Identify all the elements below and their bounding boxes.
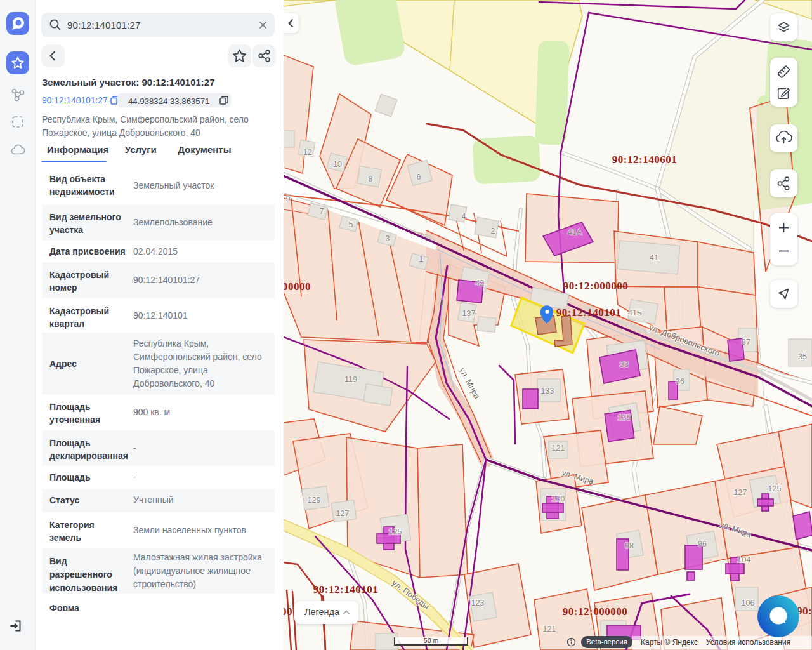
svg-text:121: 121 — [552, 444, 565, 453]
svg-text:127: 127 — [734, 488, 747, 497]
svg-text:125: 125 — [389, 527, 402, 536]
svg-text:129: 129 — [308, 496, 321, 505]
svg-text:90:12:140101: 90:12:140101 — [313, 583, 378, 595]
svg-text:106: 106 — [742, 599, 755, 607]
svg-text:100: 100 — [552, 494, 565, 503]
svg-text:125: 125 — [768, 484, 782, 493]
svg-text:41: 41 — [650, 253, 658, 262]
svg-text:4: 4 — [462, 212, 466, 221]
svg-text:2: 2 — [491, 227, 495, 235]
svg-text:127: 127 — [336, 509, 350, 518]
svg-text:104: 104 — [738, 555, 751, 564]
svg-text:41Б: 41Б — [628, 308, 642, 317]
svg-text:42: 42 — [475, 279, 484, 288]
svg-text:5: 5 — [349, 220, 353, 229]
svg-text:90:12:000000: 90:12:000000 — [563, 280, 628, 292]
svg-text:35: 35 — [798, 352, 807, 361]
svg-text:36: 36 — [676, 377, 684, 386]
svg-text:90:12:140101: 90:12:140101 — [556, 307, 621, 319]
svg-text:123: 123 — [471, 599, 485, 607]
svg-text:10: 10 — [333, 160, 342, 169]
svg-text:41А: 41А — [568, 228, 582, 237]
svg-text:8: 8 — [369, 175, 373, 183]
svg-text:9: 9 — [286, 194, 291, 203]
svg-text:38: 38 — [620, 360, 629, 369]
svg-text:6: 6 — [417, 173, 421, 182]
svg-text:90:12:000000: 90:12:000000 — [284, 606, 292, 618]
svg-text:133: 133 — [541, 387, 554, 395]
svg-text:37: 37 — [742, 338, 750, 347]
svg-text:137: 137 — [462, 309, 476, 318]
svg-text:12: 12 — [303, 148, 312, 157]
svg-text:90:12:000000: 90:12:000000 — [563, 606, 627, 618]
svg-text:135: 135 — [618, 413, 631, 422]
svg-text:121: 121 — [543, 625, 556, 633]
svg-text:119: 119 — [344, 375, 357, 384]
svg-text:90:12:000000: 90:12:000000 — [284, 281, 311, 293]
svg-text:90:12:140601: 90:12:140601 — [612, 154, 677, 166]
svg-text:1: 1 — [419, 255, 424, 263]
svg-text:3: 3 — [386, 234, 390, 243]
svg-text:96: 96 — [698, 540, 707, 548]
svg-text:7: 7 — [320, 207, 324, 216]
svg-text:98: 98 — [625, 541, 634, 550]
